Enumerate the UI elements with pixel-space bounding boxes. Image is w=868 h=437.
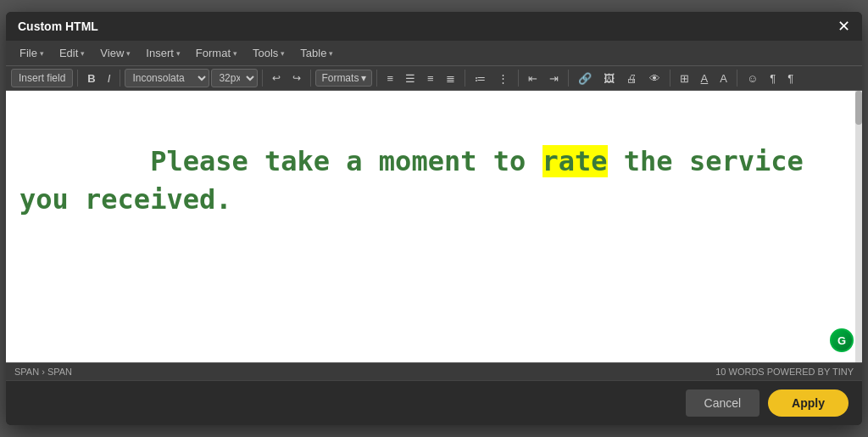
image-button[interactable]: 🖼 <box>598 70 620 87</box>
outdent-icon: ⇤ <box>528 73 537 84</box>
align-right-button[interactable]: ≡ <box>422 70 439 87</box>
outdent-button[interactable]: ⇤ <box>523 70 542 87</box>
menu-file[interactable]: File ▾ <box>13 44 51 62</box>
italic-button[interactable]: I <box>103 70 116 87</box>
undo-icon: ↩ <box>272 72 281 84</box>
dialog-footer: Cancel Apply <box>6 380 862 425</box>
toolbar-divider-10 <box>737 70 737 87</box>
menu-format[interactable]: Format ▾ <box>189 44 244 62</box>
menu-insert[interactable]: Insert ▾ <box>139 44 187 62</box>
editor-area[interactable]: Please take a moment to rate the service… <box>6 91 862 362</box>
insert-field-button[interactable]: Insert field <box>11 69 73 87</box>
menu-tools-arrow: ▾ <box>281 49 285 58</box>
formats-button[interactable]: Formats ▾ <box>315 70 372 87</box>
scrollbar[interactable] <box>855 91 862 362</box>
font-size-select[interactable]: 32px <box>211 69 258 87</box>
align-left-button[interactable]: ≡ <box>381 70 398 87</box>
align-left-icon: ≡ <box>387 73 393 84</box>
dialog-title: Custom HTML <box>18 20 98 33</box>
custom-html-dialog: Custom HTML ✕ File ▾ Edit ▾ View ▾ Inser… <box>6 12 862 425</box>
toolbar-divider-3 <box>262 70 263 87</box>
align-justify-button[interactable]: ≣ <box>441 70 460 87</box>
align-center-icon: ☰ <box>405 73 415 84</box>
cancel-button[interactable]: Cancel <box>686 389 760 417</box>
toolbar-divider-4 <box>310 70 311 87</box>
show-blocks-button[interactable]: ¶ <box>765 70 781 87</box>
menu-tools[interactable]: Tools ▾ <box>246 44 292 62</box>
menu-insert-arrow: ▾ <box>176 49 181 58</box>
toolbar-divider-2 <box>120 70 120 87</box>
preview-button[interactable]: 👁 <box>644 70 665 87</box>
close-button[interactable]: ✕ <box>837 19 850 34</box>
table-insert-button[interactable]: ⊞ <box>675 70 694 87</box>
toolbar: Insert field B I Inconsolata 32px ↩ ↪ Fo… <box>6 66 862 91</box>
menu-table-arrow: ▾ <box>329 49 333 58</box>
font-family-select[interactable]: Inconsolata <box>125 69 209 87</box>
unordered-list-button[interactable]: ≔ <box>470 70 491 87</box>
word-count: 10 WORDS POWERED BY TINY <box>715 367 854 377</box>
apply-button[interactable]: Apply <box>768 389 849 417</box>
menu-edit-arrow: ▾ <box>81 49 85 58</box>
status-bar: SPAN › SPAN 10 WORDS POWERED BY TINY <box>6 362 862 380</box>
bold-button[interactable]: B <box>82 70 100 87</box>
undo-button[interactable]: ↩ <box>267 70 286 87</box>
menu-view-arrow: ▾ <box>126 49 131 58</box>
menu-edit[interactable]: Edit ▾ <box>53 44 92 62</box>
menu-table[interactable]: Table ▾ <box>293 44 340 62</box>
formats-arrow-icon: ▾ <box>361 72 366 84</box>
toolbar-divider-5 <box>376 70 377 87</box>
text-color-button[interactable]: A <box>696 70 714 87</box>
redo-button[interactable]: ↪ <box>287 70 306 87</box>
toolbar-divider-6 <box>465 70 465 87</box>
grammarly-icon[interactable]: G <box>830 328 854 352</box>
align-right-icon: ≡ <box>427 73 434 84</box>
print-button[interactable]: 🖨 <box>621 70 643 87</box>
print-icon: 🖨 <box>626 73 637 84</box>
editor-content[interactable]: Please take a moment to rate the service… <box>19 104 849 256</box>
link-icon: 🔗 <box>578 73 592 84</box>
toolbar-divider-8 <box>568 70 569 87</box>
menu-format-arrow: ▾ <box>233 49 237 58</box>
toolbar-divider-7 <box>518 70 519 87</box>
menu-view[interactable]: View ▾ <box>93 44 137 62</box>
highlighted-word: rate <box>542 145 608 177</box>
show-invisible-icon: ¶ <box>787 73 793 84</box>
align-justify-icon: ≣ <box>446 73 455 84</box>
show-invisible-button[interactable]: ¶ <box>782 70 798 87</box>
align-center-button[interactable]: ☰ <box>400 70 420 87</box>
emoji-button[interactable]: ☺ <box>742 70 763 87</box>
indent-button[interactable]: ⇥ <box>544 70 564 87</box>
table-icon: ⊞ <box>680 73 689 84</box>
highlight-color-button[interactable]: A <box>715 70 732 87</box>
ordered-list-icon: ⋮ <box>498 73 509 84</box>
menu-bar: File ▾ Edit ▾ View ▾ Insert ▾ Format ▾ T… <box>6 41 862 66</box>
menu-file-arrow: ▾ <box>40 49 44 58</box>
text-color-icon: A <box>701 73 709 84</box>
text-before: Please take a moment to <box>150 145 542 177</box>
breadcrumb: SPAN › SPAN <box>14 367 72 377</box>
image-icon: 🖼 <box>604 73 615 84</box>
scrollbar-thumb[interactable] <box>855 91 862 125</box>
toolbar-divider-9 <box>670 70 670 87</box>
show-blocks-icon: ¶ <box>770 73 776 84</box>
editor-scroll-area: Please take a moment to rate the service… <box>6 91 862 362</box>
title-bar: Custom HTML ✕ <box>6 12 862 41</box>
link-button[interactable]: 🔗 <box>573 70 597 87</box>
unordered-list-icon: ≔ <box>475 73 486 84</box>
highlight-icon: A <box>720 73 727 84</box>
preview-icon: 👁 <box>649 73 660 84</box>
redo-icon: ↪ <box>292 72 301 84</box>
toolbar-divider-1 <box>77 70 78 87</box>
ordered-list-button[interactable]: ⋮ <box>492 70 514 87</box>
emoji-icon: ☺ <box>747 73 758 84</box>
indent-icon: ⇥ <box>549 73 559 84</box>
